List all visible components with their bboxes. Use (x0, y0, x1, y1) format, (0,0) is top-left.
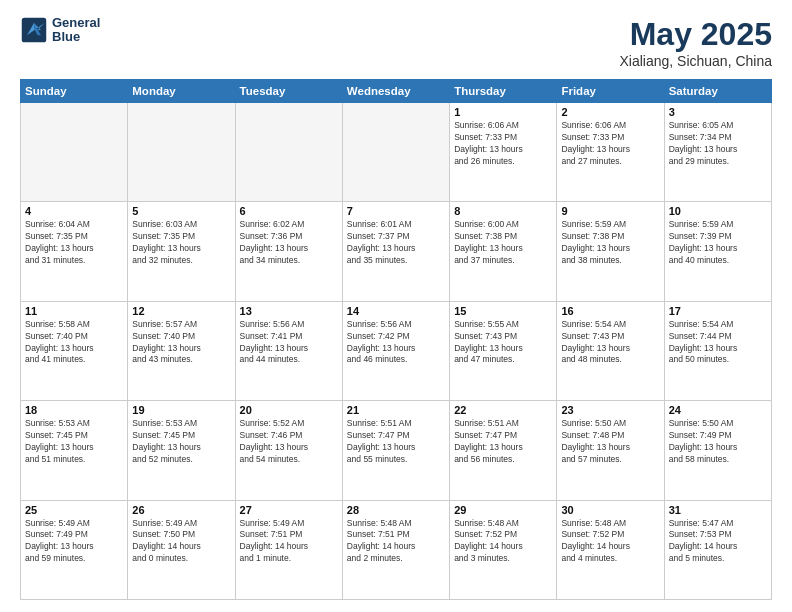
calendar-cell: 7Sunrise: 6:01 AM Sunset: 7:37 PM Daylig… (342, 202, 449, 301)
day-info: Sunrise: 5:51 AM Sunset: 7:47 PM Dayligh… (347, 418, 445, 466)
day-info: Sunrise: 5:52 AM Sunset: 7:46 PM Dayligh… (240, 418, 338, 466)
calendar-cell: 20Sunrise: 5:52 AM Sunset: 7:46 PM Dayli… (235, 401, 342, 500)
day-info: Sunrise: 6:00 AM Sunset: 7:38 PM Dayligh… (454, 219, 552, 267)
calendar-cell: 21Sunrise: 5:51 AM Sunset: 7:47 PM Dayli… (342, 401, 449, 500)
day-info: Sunrise: 5:56 AM Sunset: 7:42 PM Dayligh… (347, 319, 445, 367)
day-info: Sunrise: 6:03 AM Sunset: 7:35 PM Dayligh… (132, 219, 230, 267)
calendar-cell: 4Sunrise: 6:04 AM Sunset: 7:35 PM Daylig… (21, 202, 128, 301)
day-number: 29 (454, 504, 552, 516)
calendar-cell: 14Sunrise: 5:56 AM Sunset: 7:42 PM Dayli… (342, 301, 449, 400)
day-number: 10 (669, 205, 767, 217)
day-number: 24 (669, 404, 767, 416)
calendar-cell: 30Sunrise: 5:48 AM Sunset: 7:52 PM Dayli… (557, 500, 664, 599)
day-info: Sunrise: 5:50 AM Sunset: 7:48 PM Dayligh… (561, 418, 659, 466)
calendar-week-3: 11Sunrise: 5:58 AM Sunset: 7:40 PM Dayli… (21, 301, 772, 400)
calendar-cell: 27Sunrise: 5:49 AM Sunset: 7:51 PM Dayli… (235, 500, 342, 599)
day-number: 13 (240, 305, 338, 317)
calendar-cell (235, 103, 342, 202)
weekday-header-monday: Monday (128, 80, 235, 103)
weekday-header-saturday: Saturday (664, 80, 771, 103)
day-info: Sunrise: 5:57 AM Sunset: 7:40 PM Dayligh… (132, 319, 230, 367)
day-info: Sunrise: 5:55 AM Sunset: 7:43 PM Dayligh… (454, 319, 552, 367)
day-info: Sunrise: 5:53 AM Sunset: 7:45 PM Dayligh… (25, 418, 123, 466)
day-info: Sunrise: 5:54 AM Sunset: 7:43 PM Dayligh… (561, 319, 659, 367)
day-number: 16 (561, 305, 659, 317)
day-number: 28 (347, 504, 445, 516)
page: General Blue May 2025 Xialiang, Sichuan,… (0, 0, 792, 612)
header: General Blue May 2025 Xialiang, Sichuan,… (20, 16, 772, 69)
day-number: 5 (132, 205, 230, 217)
day-number: 8 (454, 205, 552, 217)
day-info: Sunrise: 5:49 AM Sunset: 7:51 PM Dayligh… (240, 518, 338, 566)
day-number: 9 (561, 205, 659, 217)
day-number: 17 (669, 305, 767, 317)
day-number: 3 (669, 106, 767, 118)
day-number: 31 (669, 504, 767, 516)
calendar-cell: 22Sunrise: 5:51 AM Sunset: 7:47 PM Dayli… (450, 401, 557, 500)
calendar-cell: 1Sunrise: 6:06 AM Sunset: 7:33 PM Daylig… (450, 103, 557, 202)
day-number: 1 (454, 106, 552, 118)
calendar-table: SundayMondayTuesdayWednesdayThursdayFrid… (20, 79, 772, 600)
month-title: May 2025 (619, 16, 772, 53)
calendar-cell: 29Sunrise: 5:48 AM Sunset: 7:52 PM Dayli… (450, 500, 557, 599)
calendar-week-1: 1Sunrise: 6:06 AM Sunset: 7:33 PM Daylig… (21, 103, 772, 202)
weekday-header-friday: Friday (557, 80, 664, 103)
calendar-cell: 13Sunrise: 5:56 AM Sunset: 7:41 PM Dayli… (235, 301, 342, 400)
day-info: Sunrise: 6:05 AM Sunset: 7:34 PM Dayligh… (669, 120, 767, 168)
day-number: 25 (25, 504, 123, 516)
day-number: 21 (347, 404, 445, 416)
day-info: Sunrise: 5:54 AM Sunset: 7:44 PM Dayligh… (669, 319, 767, 367)
day-number: 14 (347, 305, 445, 317)
day-number: 18 (25, 404, 123, 416)
calendar-cell: 3Sunrise: 6:05 AM Sunset: 7:34 PM Daylig… (664, 103, 771, 202)
calendar-cell: 23Sunrise: 5:50 AM Sunset: 7:48 PM Dayli… (557, 401, 664, 500)
calendar-cell (342, 103, 449, 202)
calendar-cell: 12Sunrise: 5:57 AM Sunset: 7:40 PM Dayli… (128, 301, 235, 400)
calendar-cell: 6Sunrise: 6:02 AM Sunset: 7:36 PM Daylig… (235, 202, 342, 301)
day-info: Sunrise: 5:48 AM Sunset: 7:51 PM Dayligh… (347, 518, 445, 566)
day-info: Sunrise: 6:06 AM Sunset: 7:33 PM Dayligh… (561, 120, 659, 168)
calendar-cell: 8Sunrise: 6:00 AM Sunset: 7:38 PM Daylig… (450, 202, 557, 301)
calendar-cell (21, 103, 128, 202)
calendar-cell: 25Sunrise: 5:49 AM Sunset: 7:49 PM Dayli… (21, 500, 128, 599)
day-info: Sunrise: 5:51 AM Sunset: 7:47 PM Dayligh… (454, 418, 552, 466)
calendar-cell: 9Sunrise: 5:59 AM Sunset: 7:38 PM Daylig… (557, 202, 664, 301)
calendar-cell: 19Sunrise: 5:53 AM Sunset: 7:45 PM Dayli… (128, 401, 235, 500)
day-info: Sunrise: 6:04 AM Sunset: 7:35 PM Dayligh… (25, 219, 123, 267)
day-info: Sunrise: 5:59 AM Sunset: 7:39 PM Dayligh… (669, 219, 767, 267)
day-number: 15 (454, 305, 552, 317)
day-info: Sunrise: 5:48 AM Sunset: 7:52 PM Dayligh… (454, 518, 552, 566)
logo-icon (20, 16, 48, 44)
calendar-cell: 24Sunrise: 5:50 AM Sunset: 7:49 PM Dayli… (664, 401, 771, 500)
weekday-header-tuesday: Tuesday (235, 80, 342, 103)
day-info: Sunrise: 5:49 AM Sunset: 7:49 PM Dayligh… (25, 518, 123, 566)
calendar-cell: 16Sunrise: 5:54 AM Sunset: 7:43 PM Dayli… (557, 301, 664, 400)
calendar-week-5: 25Sunrise: 5:49 AM Sunset: 7:49 PM Dayli… (21, 500, 772, 599)
calendar-week-4: 18Sunrise: 5:53 AM Sunset: 7:45 PM Dayli… (21, 401, 772, 500)
day-number: 30 (561, 504, 659, 516)
day-number: 11 (25, 305, 123, 317)
day-info: Sunrise: 5:48 AM Sunset: 7:52 PM Dayligh… (561, 518, 659, 566)
day-number: 22 (454, 404, 552, 416)
day-info: Sunrise: 5:58 AM Sunset: 7:40 PM Dayligh… (25, 319, 123, 367)
logo-text: General Blue (52, 16, 100, 45)
calendar-cell (128, 103, 235, 202)
weekday-header-row: SundayMondayTuesdayWednesdayThursdayFrid… (21, 80, 772, 103)
day-number: 20 (240, 404, 338, 416)
day-number: 7 (347, 205, 445, 217)
calendar-cell: 26Sunrise: 5:49 AM Sunset: 7:50 PM Dayli… (128, 500, 235, 599)
day-info: Sunrise: 5:53 AM Sunset: 7:45 PM Dayligh… (132, 418, 230, 466)
calendar-cell: 11Sunrise: 5:58 AM Sunset: 7:40 PM Dayli… (21, 301, 128, 400)
day-number: 6 (240, 205, 338, 217)
calendar-cell: 10Sunrise: 5:59 AM Sunset: 7:39 PM Dayli… (664, 202, 771, 301)
day-info: Sunrise: 6:06 AM Sunset: 7:33 PM Dayligh… (454, 120, 552, 168)
day-number: 4 (25, 205, 123, 217)
calendar-week-2: 4Sunrise: 6:04 AM Sunset: 7:35 PM Daylig… (21, 202, 772, 301)
title-block: May 2025 Xialiang, Sichuan, China (619, 16, 772, 69)
day-info: Sunrise: 5:47 AM Sunset: 7:53 PM Dayligh… (669, 518, 767, 566)
day-number: 2 (561, 106, 659, 118)
calendar-cell: 18Sunrise: 5:53 AM Sunset: 7:45 PM Dayli… (21, 401, 128, 500)
weekday-header-thursday: Thursday (450, 80, 557, 103)
calendar-cell: 28Sunrise: 5:48 AM Sunset: 7:51 PM Dayli… (342, 500, 449, 599)
calendar-cell: 2Sunrise: 6:06 AM Sunset: 7:33 PM Daylig… (557, 103, 664, 202)
